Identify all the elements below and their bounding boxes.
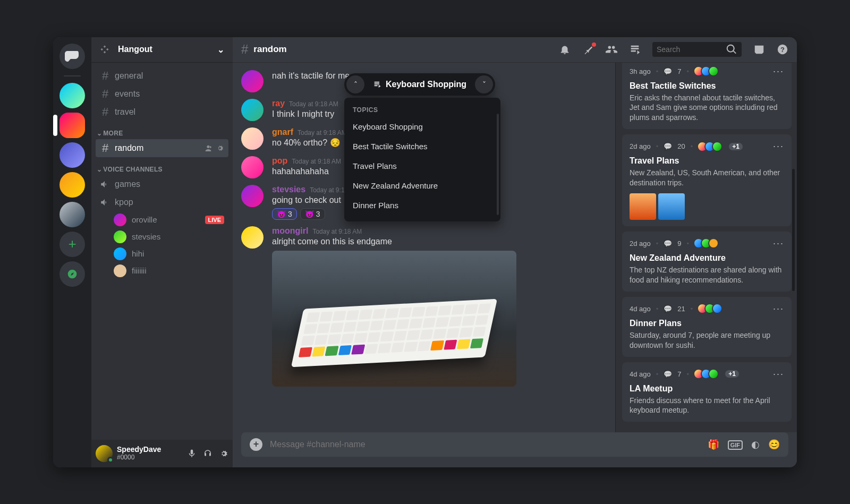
pins-button[interactable] — [582, 44, 594, 55]
category-voice[interactable]: ⌄ VOICE CHANNELS — [96, 157, 228, 175]
thread-card[interactable]: 2d ago• 💬20• +1 ··· Travel Plans New Zea… — [622, 134, 792, 226]
message-author[interactable]: pop — [272, 156, 287, 165]
reaction-count: 3 — [316, 210, 320, 218]
thread-image[interactable] — [630, 193, 656, 220]
home-button[interactable] — [60, 44, 85, 69]
message-timestamp: Today at 9:18 AM — [292, 158, 341, 165]
voice-user[interactable]: fiiiiiii — [96, 262, 228, 279]
avatar — [114, 230, 126, 243]
channel-general[interactable]: # general — [96, 67, 228, 85]
add-user-icon[interactable] — [204, 144, 212, 152]
message-attachment[interactable] — [272, 251, 516, 387]
topic-menu-item[interactable]: Dinner Plans — [344, 195, 500, 215]
avatar[interactable] — [241, 185, 264, 207]
voice-channel-kpop[interactable]: kpop — [96, 193, 228, 211]
server-item[interactable] — [60, 83, 85, 108]
topic-menu-item[interactable]: Travel Plans — [344, 156, 500, 176]
settings-button[interactable] — [219, 449, 228, 458]
channel-events[interactable]: # events — [96, 85, 228, 103]
channel-label: events — [115, 89, 140, 99]
thread-more-button[interactable]: ··· — [773, 141, 784, 152]
thread-more-button[interactable]: ··· — [773, 369, 784, 380]
topic-menu-item[interactable]: Keyboard Shopping — [344, 117, 500, 136]
thread-card[interactable]: 4d ago• 💬7• +1 ··· LA Meetup Friends dis… — [622, 362, 792, 422]
thread-card[interactable]: 3h ago• 💬7• ··· Best Tactile Switches Er… — [622, 63, 792, 130]
search-input[interactable] — [657, 45, 726, 54]
server-item-active[interactable] — [60, 113, 85, 138]
sticker-button[interactable]: ◐ — [751, 439, 760, 450]
add-server-button[interactable]: + — [60, 232, 85, 257]
thread-card[interactable]: 4d ago• 💬21• ··· Dinner Plans Saturday, … — [622, 297, 792, 357]
category-label: MORE — [103, 130, 123, 137]
thread-more-button[interactable]: ··· — [773, 303, 784, 314]
emoji-button[interactable]: 😊 — [768, 439, 780, 450]
category-more[interactable]: ⌄ MORE — [96, 121, 228, 139]
attach-button[interactable]: + — [250, 438, 262, 451]
server-name: Hangout — [118, 45, 152, 54]
message-author[interactable]: ray — [272, 99, 285, 108]
thread-more-button[interactable]: ··· — [773, 66, 784, 77]
hash-icon: # — [100, 105, 110, 119]
voice-user[interactable]: hihi — [96, 245, 228, 262]
avatar[interactable] — [241, 226, 264, 249]
message-text: no 40% ortho? 😔 — [272, 137, 347, 149]
topic-next-button[interactable]: ˅ — [475, 75, 493, 93]
avatar[interactable] — [241, 156, 264, 178]
thread-title: Dinner Plans — [630, 319, 784, 328]
voice-user[interactable]: oroville LIVE — [96, 211, 228, 228]
topic-menu-item[interactable]: New Zealand Adventure — [344, 176, 500, 195]
reaction[interactable]: 😈3 — [272, 208, 297, 220]
deafen-button[interactable] — [203, 449, 212, 458]
gif-button[interactable]: GIF — [728, 439, 743, 450]
avatar[interactable] — [241, 70, 264, 92]
message-author[interactable]: moongirl — [272, 226, 308, 235]
avatar[interactable] — [241, 127, 264, 150]
voice-channel-games[interactable]: games — [96, 175, 228, 193]
composer-input[interactable] — [270, 440, 700, 449]
gear-icon[interactable] — [216, 144, 224, 152]
reaction[interactable]: 😈3 — [300, 208, 325, 220]
channel-label: kpop — [115, 198, 133, 207]
members-button[interactable] — [606, 44, 617, 55]
hash-icon: # — [241, 42, 248, 57]
server-item[interactable] — [60, 172, 85, 198]
topic-pill: ˄ Keyboard Shopping ˅ — [344, 73, 495, 96]
server-header[interactable]: Hangout ⌄ — [91, 37, 233, 63]
self-avatar[interactable] — [96, 445, 113, 462]
thread-card[interactable]: 2d ago• 💬9• ··· New Zealand Adventure Th… — [622, 232, 792, 292]
notifications-button[interactable] — [559, 44, 571, 55]
live-badge: LIVE — [205, 216, 224, 224]
avatar — [114, 213, 126, 226]
message-author[interactable]: gnarf — [272, 127, 293, 136]
chevron-down-icon: ⌄ — [97, 130, 102, 137]
avatar[interactable] — [241, 99, 264, 121]
server-item[interactable] — [60, 202, 85, 227]
topic-prev-button[interactable]: ˄ — [346, 75, 364, 93]
thread-extra-badge: +1 — [729, 143, 743, 150]
voice-user-label: fiiiiiii — [132, 266, 147, 275]
voice-user[interactable]: stevsies — [96, 228, 228, 245]
thread-desc: The top NZ destinations are shared along… — [630, 265, 784, 285]
threads-button[interactable] — [629, 44, 641, 55]
topic-label: Keyboard Shopping — [386, 80, 466, 89]
gift-button[interactable]: 🎁 — [708, 439, 719, 450]
message-author[interactable]: stevsies — [272, 185, 305, 194]
inbox-button[interactable] — [753, 44, 765, 55]
search-box[interactable] — [652, 42, 742, 57]
thread-image[interactable] — [658, 193, 685, 220]
topic-menu-item[interactable]: Best Tactile Switches — [344, 136, 500, 156]
thread-count: 20 — [677, 142, 685, 150]
thread-age: 2d ago — [630, 240, 651, 247]
scrollbar[interactable] — [792, 169, 795, 291]
thread-desc: Eric asks the channel about tactile swit… — [630, 93, 784, 123]
explore-button[interactable] — [60, 261, 85, 287]
self-user-panel: SpeedyDave #0000 — [91, 440, 233, 467]
thread-more-button[interactable]: ··· — [773, 238, 784, 249]
help-button[interactable]: ? — [777, 44, 788, 55]
message-list[interactable]: nah it's tactile for me rayToday at 9:18… — [233, 63, 615, 432]
server-item[interactable] — [60, 142, 85, 168]
thread-age: 3h ago — [630, 67, 651, 75]
channel-random[interactable]: # random — [96, 139, 228, 157]
mute-button[interactable] — [187, 449, 197, 458]
channel-travel[interactable]: # travel — [96, 103, 228, 121]
